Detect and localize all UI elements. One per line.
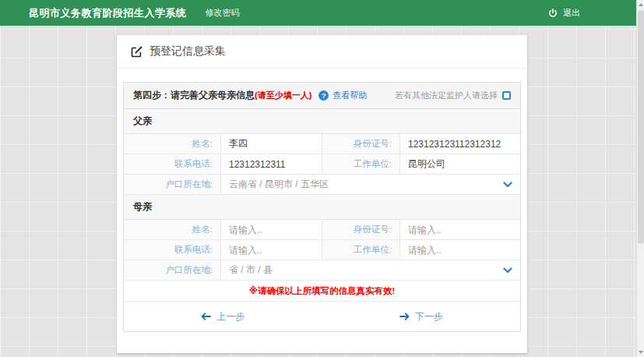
step-title: 第四步：请完善父亲母亲信息 <box>133 89 255 102</box>
father-row-residence: 户口所在地: 云南省 / 昆明市 / 五华区 <box>124 175 520 195</box>
edit-icon <box>131 46 143 58</box>
top-navbar: 昆明市义务教育阶段招生入学系统 修改密码 退出 <box>0 0 636 26</box>
arrow-right-icon <box>399 313 410 320</box>
mother-work-cell <box>400 240 520 260</box>
guardian-checkbox[interactable] <box>502 91 511 100</box>
mother-phone-cell <box>221 240 322 260</box>
scroll-up-arrow-icon[interactable] <box>637 0 644 9</box>
form-panel: 第四步：请完善父亲母亲信息 (请至少填一人) ? 查看帮助 若有其他法定监护人请… <box>123 82 521 332</box>
prev-step-label: 上一步 <box>216 310 245 323</box>
father-row-name-id: 姓名: 身份证号: <box>124 134 520 154</box>
step-header: 第四步：请完善父亲母亲信息 (请至少填一人) ? 查看帮助 若有其他法定监护人请… <box>124 83 520 109</box>
father-name-cell <box>221 134 322 154</box>
father-section-label: 父亲 <box>133 115 152 128</box>
father-work-cell <box>400 154 520 174</box>
father-phone-input[interactable] <box>229 159 322 170</box>
father-residence-value[interactable]: 云南省 / 昆明市 / 五华区 <box>229 178 503 191</box>
father-section-header: 父亲 <box>124 109 520 134</box>
step-navigation: 上一步 下一步 <box>124 302 520 331</box>
mother-id-cell <box>400 220 520 239</box>
card-header: 预登记信息采集 <box>117 35 527 69</box>
main-card: 预登记信息采集 第四步：请完善父亲母亲信息 (请至少填一人) ? 查看帮助 若有… <box>117 35 527 353</box>
mother-row-name-id: 姓名: 身份证号: <box>124 220 520 240</box>
mother-phone-label: 联系电话: <box>124 240 221 260</box>
scroll-down-arrow-icon[interactable] <box>637 348 644 357</box>
prev-step-button[interactable]: 上一步 <box>124 310 322 323</box>
warning-text: ※请确保以上所填写的信息真实有效! <box>249 285 396 297</box>
mother-work-label: 工作单位: <box>322 240 400 260</box>
father-work-label: 工作单位: <box>322 154 400 174</box>
guardian-note-label: 若有其他法定监护人请选择 <box>395 90 498 101</box>
father-name-label: 姓名: <box>124 134 221 154</box>
father-residence-label: 户口所在地: <box>124 175 221 194</box>
change-password-link[interactable]: 修改密码 <box>206 7 240 19</box>
vertical-scrollbar[interactable] <box>636 0 644 357</box>
mother-section-label: 母亲 <box>133 200 152 214</box>
mother-phone-input[interactable] <box>229 245 322 256</box>
mother-residence-select[interactable]: 省 / 市 / 县 <box>221 260 520 280</box>
mother-id-label: 身份证号: <box>322 220 400 239</box>
logout-label: 退出 <box>563 7 580 19</box>
mother-work-input[interactable] <box>408 245 520 256</box>
father-work-input[interactable] <box>408 159 520 170</box>
father-row-phone-work: 联系电话: 工作单位: <box>124 154 520 175</box>
father-name-input[interactable] <box>229 139 322 150</box>
father-phone-cell <box>221 154 322 174</box>
father-phone-label: 联系电话: <box>124 154 221 174</box>
scrollbar-thumb[interactable] <box>638 10 644 244</box>
app-title: 昆明市义务教育阶段招生入学系统 <box>29 6 187 20</box>
father-id-input[interactable] <box>408 139 520 150</box>
father-residence-select[interactable]: 云南省 / 昆明市 / 五华区 <box>221 175 520 194</box>
mother-name-input[interactable] <box>229 224 322 235</box>
mother-section-header: 母亲 <box>124 195 520 220</box>
warning-row: ※请确保以上所填写的信息真实有效! <box>124 281 520 302</box>
mother-residence-label: 户口所在地: <box>124 260 221 280</box>
power-icon <box>548 9 558 18</box>
chevron-down-icon[interactable] <box>503 182 512 188</box>
view-help-link[interactable]: 查看帮助 <box>333 90 367 101</box>
mother-name-cell <box>221 220 322 239</box>
mother-residence-placeholder[interactable]: 省 / 市 / 县 <box>229 263 503 277</box>
mother-id-input[interactable] <box>408 224 520 235</box>
mother-name-label: 姓名: <box>124 220 221 239</box>
logout-button[interactable]: 退出 <box>548 7 580 19</box>
father-id-cell <box>400 134 520 154</box>
other-guardian-option: 若有其他法定监护人请选择 <box>395 90 511 101</box>
chevron-down-icon[interactable] <box>503 267 512 274</box>
mother-row-residence: 户口所在地: 省 / 市 / 县 <box>124 260 520 281</box>
page-title: 预登记信息采集 <box>150 44 226 58</box>
next-step-label: 下一步 <box>415 310 443 323</box>
arrow-left-icon <box>201 313 211 320</box>
step-hint: (请至少填一人) <box>255 90 311 101</box>
next-step-button[interactable]: 下一步 <box>322 310 521 323</box>
mother-row-phone-work: 联系电话: 工作单位: <box>124 240 520 260</box>
father-id-label: 身份证号: <box>322 134 400 154</box>
question-circle-icon[interactable]: ? <box>318 90 329 101</box>
